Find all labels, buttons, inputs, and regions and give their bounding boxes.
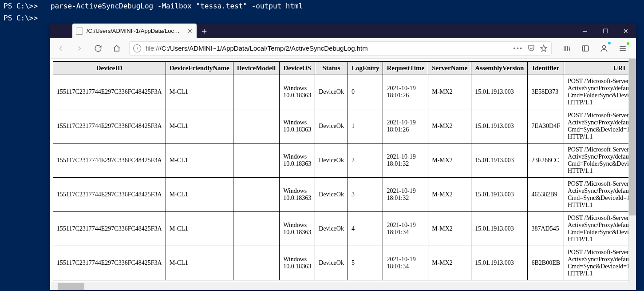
cell-RequestTime: 2021-10-19 18:01:32 xyxy=(383,178,428,212)
maximize-button[interactable]: ☐ xyxy=(595,24,616,38)
menu-icon[interactable] xyxy=(616,42,629,55)
cell-ServerName: M-MX2 xyxy=(428,109,471,144)
terminal-line: PS C:\>> xyxy=(4,14,640,22)
horizontal-scrollbar[interactable] xyxy=(50,283,628,290)
cell-DeviceFriendlyName: M-CL1 xyxy=(166,212,233,246)
cell-AssemblyVersion: 15.01.1913.003 xyxy=(471,212,528,246)
tab-close-icon[interactable]: ✕ xyxy=(187,28,193,35)
cell-Identifier: 3E58D373 xyxy=(528,75,564,109)
cell-DeviceOS: Windows 10.0.18363 xyxy=(280,178,315,212)
prompt: PS C:\>> xyxy=(4,2,38,10)
cell-Identifier: 7EA30D4F xyxy=(528,109,564,144)
cell-Status: DeviceOk xyxy=(315,212,348,246)
cell-Identifier: 23E268CC xyxy=(528,144,564,178)
browser-window: /C:/Users/ADMINI~1/AppData/Loc… ✕ ＋ ─ ☐ … xyxy=(50,24,636,290)
svg-point-1 xyxy=(603,45,606,48)
sidebar-icon[interactable] xyxy=(579,42,592,55)
table-row: 155117C2317744E297C336FC48425F3AM-CL1Win… xyxy=(53,144,636,178)
forward-button[interactable] xyxy=(73,42,86,55)
tab-active[interactable]: /C:/Users/ADMINI~1/AppData/Loc… ✕ xyxy=(72,24,197,38)
scroll-corner xyxy=(628,283,636,290)
cell-URI: POST /Microsoft-Server-ActiveSync/Proxy/… xyxy=(564,109,636,144)
library-icon[interactable] xyxy=(561,42,573,55)
col-DeviceOS: DeviceOS xyxy=(280,62,315,75)
tab-bar: /C:/Users/ADMINI~1/AppData/Loc… ✕ ＋ ─ ☐ … xyxy=(50,24,636,38)
close-window-button[interactable]: ✕ xyxy=(616,24,636,38)
favicon-icon xyxy=(76,28,83,35)
table-row: 155117C2317744E297C336FC48425F3AM-CL1Win… xyxy=(53,212,636,246)
cell-ServerName: M-MX2 xyxy=(428,144,471,178)
vertical-scroll-thumb[interactable] xyxy=(629,59,636,215)
horizontal-scroll-thumb[interactable] xyxy=(58,283,84,290)
cell-DeviceModell xyxy=(233,246,279,280)
col-DeviceModell: DeviceModell xyxy=(233,62,279,75)
cell-AssemblyVersion: 15.01.1913.003 xyxy=(471,246,528,280)
cell-DeviceModell xyxy=(233,75,279,109)
cell-AssemblyVersion: 15.01.1913.003 xyxy=(471,109,528,144)
table-header-row: DeviceID DeviceFriendlyName DeviceModell… xyxy=(53,62,636,75)
cell-DeviceID: 155117C2317744E297C336FC48425F3A xyxy=(53,109,166,144)
cell-Status: DeviceOk xyxy=(315,178,348,212)
cell-Identifier: 6B2B00EB xyxy=(528,246,564,280)
cell-DeviceFriendlyName: M-CL1 xyxy=(166,75,233,109)
cell-DeviceModell xyxy=(233,144,279,178)
url-bar[interactable]: i file:///C:/Users/ADMINI~1/AppData/Loca… xyxy=(129,41,552,56)
cell-DeviceID: 155117C2317744E297C336FC48425F3A xyxy=(53,75,166,109)
reload-button[interactable] xyxy=(92,42,104,55)
cell-RequestTime: 2021-10-19 18:01:26 xyxy=(383,75,428,109)
cell-AssemblyVersion: 15.01.1913.003 xyxy=(471,75,528,109)
vertical-scrollbar[interactable] xyxy=(628,59,636,283)
col-Status: Status xyxy=(315,62,348,75)
col-URI: URI xyxy=(564,62,636,75)
window-controls: ─ ☐ ✕ xyxy=(575,24,636,38)
cell-URI: POST /Microsoft-Server-ActiveSync/Proxy/… xyxy=(564,246,636,280)
table-row: 155117C2317744E297C336FC48425F3AM-CL1Win… xyxy=(53,178,636,212)
home-button[interactable] xyxy=(111,42,123,55)
cell-LogEntry: 4 xyxy=(348,212,383,246)
pocket-icon[interactable] xyxy=(527,44,535,52)
cell-URI: POST /Microsoft-Server-ActiveSync/Proxy/… xyxy=(564,178,636,212)
cell-LogEntry: 3 xyxy=(348,178,383,212)
cell-AssemblyVersion: 15.01.1913.003 xyxy=(471,144,528,178)
cell-RequestTime: 2021-10-19 18:01:26 xyxy=(383,109,428,144)
new-tab-button[interactable]: ＋ xyxy=(197,24,211,38)
cell-LogEntry: 1 xyxy=(348,109,383,144)
cell-DeviceOS: Windows 10.0.18363 xyxy=(280,144,315,178)
cell-DeviceModell xyxy=(233,212,279,246)
cell-DeviceID: 155117C2317744E297C336FC48425F3A xyxy=(53,212,166,246)
col-DeviceID: DeviceID xyxy=(53,62,166,75)
cell-ServerName: M-MX2 xyxy=(428,212,471,246)
tab-label: /C:/Users/ADMINI~1/AppData/Loc… xyxy=(87,28,183,34)
cell-DeviceModell xyxy=(233,178,279,212)
cell-DeviceID: 155117C2317744E297C336FC48425F3A xyxy=(53,246,166,280)
page-actions-icon[interactable]: ••• xyxy=(513,44,523,52)
cell-Status: DeviceOk xyxy=(315,109,348,144)
page-content: DeviceID DeviceFriendlyName DeviceModell… xyxy=(50,59,636,290)
back-button[interactable] xyxy=(55,42,67,55)
cell-DeviceFriendlyName: M-CL1 xyxy=(166,246,233,280)
account-icon[interactable] xyxy=(598,42,610,55)
terminal-line: PS C:\>> parse-ActiveSyncDebugLog -Mailb… xyxy=(4,2,640,10)
cell-DeviceFriendlyName: M-CL1 xyxy=(166,109,233,144)
cell-DeviceOS: Windows 10.0.18363 xyxy=(280,212,315,246)
col-RequestTime: RequestTime xyxy=(383,62,428,75)
col-DeviceFriendlyName: DeviceFriendlyName xyxy=(166,62,233,75)
cell-AssemblyVersion: 15.01.1913.003 xyxy=(471,178,528,212)
url-text: file:///C:/Users/ADMINI~1/AppData/Local/… xyxy=(146,44,509,52)
nav-bar: i file:///C:/Users/ADMINI~1/AppData/Loca… xyxy=(50,38,636,59)
cell-ServerName: M-MX2 xyxy=(428,75,471,109)
site-info-icon[interactable]: i xyxy=(133,44,141,52)
col-AssemblyVersion: AssemblyVersion xyxy=(471,62,528,75)
prompt: PS C:\>> xyxy=(4,14,38,22)
cell-ServerName: M-MX2 xyxy=(428,178,471,212)
cell-RequestTime: 2021-10-19 18:01:32 xyxy=(383,144,428,178)
cell-DeviceModell xyxy=(233,109,279,144)
cell-Identifier: 465382B9 xyxy=(528,178,564,212)
cell-DeviceFriendlyName: M-CL1 xyxy=(166,144,233,178)
cell-RequestTime: 2021-10-19 18:01:34 xyxy=(383,212,428,246)
cell-DeviceOS: Windows 10.0.18363 xyxy=(280,75,315,109)
cell-Status: DeviceOk xyxy=(315,246,348,280)
bookmark-icon[interactable] xyxy=(540,44,548,52)
cell-DeviceID: 155117C2317744E297C336FC48425F3A xyxy=(53,144,166,178)
minimize-button[interactable]: ─ xyxy=(575,24,595,38)
